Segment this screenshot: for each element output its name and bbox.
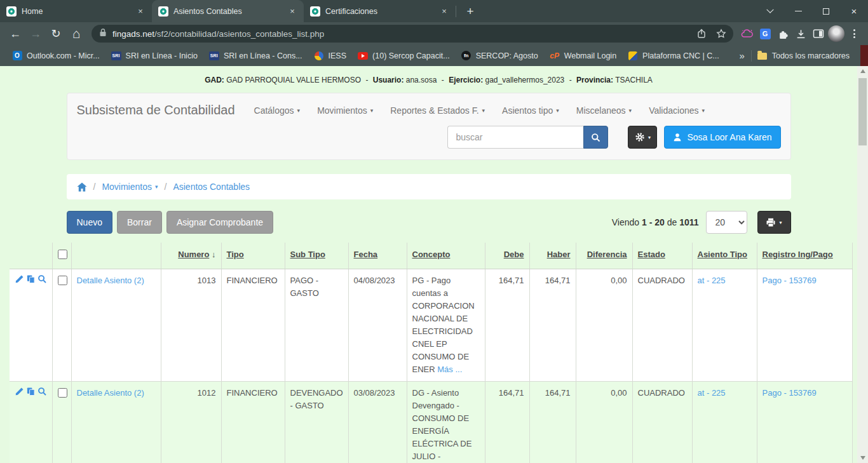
header-haber[interactable]: Haber: [529, 243, 576, 269]
cell-sub-tipo: DEVENGADO - GASTO: [285, 382, 348, 463]
menu-asientos-tipo[interactable]: Asientos tipo▾: [502, 105, 559, 116]
borrar-button[interactable]: Borrar: [117, 211, 162, 234]
nuevo-button[interactable]: Nuevo: [67, 211, 112, 234]
bookmark-iess[interactable]: IESS: [308, 48, 353, 64]
settings-gear-button[interactable]: ▾: [628, 126, 657, 149]
header-tipo[interactable]: Tipo: [221, 243, 285, 269]
bookmark-sercop-youtube[interactable]: (10) Sercop Capacit...: [352, 48, 456, 64]
copy-icon[interactable]: [26, 387, 36, 396]
print-button[interactable]: ▾: [757, 211, 791, 234]
scroll-up-arrow[interactable]: [857, 66, 868, 76]
close-window-button[interactable]: ×: [840, 0, 868, 22]
scrollbar-thumb[interactable]: [858, 78, 867, 145]
page-scrollbar[interactable]: [857, 66, 868, 463]
bookmark-outlook[interactable]: O Outlook.com - Micr...: [6, 48, 105, 64]
web-page: GAD: GAD PARROQUIAL VALLE HERMOSO - Usua…: [0, 66, 857, 463]
tab-search-chevron-icon[interactable]: [756, 0, 784, 22]
bookmarks-overflow-chevron[interactable]: »: [733, 50, 750, 61]
tab-title: Certificaciones: [325, 7, 438, 16]
chevron-down-icon: ▾: [155, 184, 158, 190]
asiento-tipo-link[interactable]: at - 225: [698, 276, 726, 285]
header-debe[interactable]: Debe: [485, 243, 529, 269]
cell-sub-tipo: PAGO - GASTO: [285, 269, 348, 382]
header-registro-ing-pago[interactable]: Registro Ing/Pago: [757, 243, 852, 269]
cell-fecha: 04/08/2023: [348, 269, 407, 382]
bookmark-plataforma-cnc[interactable]: Plataforma CNC | C...: [622, 48, 725, 64]
registro-ing-pago-link[interactable]: Pago - 153769: [763, 388, 817, 398]
back-icon[interactable]: ←: [5, 23, 25, 44]
row-checkbox[interactable]: [58, 276, 67, 285]
menu-movimientos[interactable]: Movimientos▾: [317, 105, 373, 116]
view-magnifier-icon[interactable]: [37, 274, 47, 284]
view-magnifier-icon[interactable]: [37, 387, 47, 396]
translate-extension-icon[interactable]: G: [756, 25, 774, 43]
bookmark-star-icon[interactable]: [713, 25, 729, 42]
header-numero[interactable]: Numero ↓: [161, 243, 221, 269]
detalle-asiento-link[interactable]: Detalle Asiento (2): [77, 388, 144, 398]
menu-miscelaneos[interactable]: Miscelaneos▾: [576, 105, 632, 116]
header-estado[interactable]: Estado: [632, 243, 692, 269]
maximize-button[interactable]: [812, 0, 840, 22]
info-label: Ejercicio:: [449, 76, 483, 84]
row-checkbox[interactable]: [58, 388, 67, 398]
tab-close-icon[interactable]: ×: [287, 6, 298, 17]
bookmark-webmail[interactable]: cP Webmail Login: [544, 48, 622, 64]
chevron-down-icon: ▾: [482, 107, 485, 114]
header-asiento-tipo[interactable]: Asiento Tipo: [692, 243, 757, 269]
info-label: GAD:: [205, 76, 224, 84]
select-all-checkbox[interactable]: [58, 250, 67, 259]
tab-close-icon[interactable]: ×: [135, 6, 146, 17]
menu-reportes[interactable]: Reportes & Estados F.▾: [390, 105, 485, 116]
header-sub-tipo[interactable]: Sub Tipo: [285, 243, 348, 269]
search-button[interactable]: [583, 126, 608, 149]
tab-close-icon[interactable]: ×: [438, 6, 450, 17]
detalle-asiento-link[interactable]: Detalle Asiento (2): [77, 276, 144, 285]
header-concepto[interactable]: Concepto: [407, 243, 485, 269]
extension-cloud-icon[interactable]: [738, 25, 756, 43]
breadcrumb-home-icon[interactable]: [77, 182, 87, 192]
reload-icon[interactable]: ↻: [46, 23, 66, 44]
browser-menu-kebab-icon[interactable]: [845, 25, 863, 43]
mas-link[interactable]: Más ...: [437, 365, 462, 374]
search-input[interactable]: [447, 126, 583, 149]
header-diferencia[interactable]: Diferencia: [576, 243, 632, 269]
address-bar[interactable]: fingads.net/sf2/contabilidad/asientos_co…: [92, 25, 733, 43]
person-icon: [673, 133, 682, 142]
minimize-button[interactable]: [784, 0, 812, 22]
bookmark-sercop-agosto[interactable]: fn SERCOP: Agosto: [456, 48, 544, 64]
page-viewport: GAD: GAD PARROQUIAL VALLE HERMOSO - Usua…: [0, 66, 868, 463]
edit-icon[interactable]: [15, 274, 24, 284]
site-favicon: [158, 6, 168, 17]
forward-icon[interactable]: →: [25, 23, 46, 44]
avatar: [828, 25, 844, 42]
window-controls: ×: [756, 0, 868, 22]
user-menu-button[interactable]: Sosa Loor Ana Karen: [664, 126, 780, 149]
sri-icon: SRI: [111, 51, 121, 61]
breadcrumb-asientos-contables[interactable]: Asientos Contables: [173, 182, 250, 192]
browser-home-icon[interactable]: ⌂: [66, 23, 86, 44]
tab-home[interactable]: Home ×: [0, 0, 152, 22]
side-panel-icon[interactable]: [810, 25, 827, 43]
tab-asientos-contables[interactable]: Asientos Contables ×: [152, 0, 304, 22]
edit-icon[interactable]: [15, 387, 24, 396]
downloads-icon[interactable]: [792, 25, 810, 43]
new-tab-button[interactable]: +: [461, 3, 479, 20]
bookmark-sri-inicio[interactable]: SRI SRI en Línea - Inicio: [105, 48, 203, 64]
asignar-comprobante-button[interactable]: Asignar Comprobante: [166, 211, 273, 234]
bookmark-sri-consultas[interactable]: SRI SRI en Línea - Cons...: [203, 48, 308, 64]
share-icon[interactable]: [694, 25, 710, 42]
tab-certificaciones[interactable]: Certificaciones ×: [304, 0, 456, 22]
menu-catalogos[interactable]: Catálogos▾: [254, 105, 301, 116]
bookmarks-bar: O Outlook.com - Micr... SRI SRI en Línea…: [0, 45, 868, 66]
extensions-puzzle-icon[interactable]: [774, 25, 792, 43]
all-bookmarks-button[interactable]: Todos los marcadores: [752, 48, 855, 64]
breadcrumb-movimientos[interactable]: Movimientos▾: [102, 182, 158, 192]
scroll-down-arrow[interactable]: [857, 453, 868, 463]
asiento-tipo-link[interactable]: at - 225: [698, 388, 726, 398]
page-size-select[interactable]: 20: [706, 211, 747, 234]
copy-icon[interactable]: [26, 274, 36, 284]
header-fecha[interactable]: Fecha: [348, 243, 407, 269]
menu-validaciones[interactable]: Validaciones▾: [649, 105, 705, 116]
profile-avatar[interactable]: [827, 25, 845, 43]
registro-ing-pago-link[interactable]: Pago - 153769: [763, 276, 817, 285]
